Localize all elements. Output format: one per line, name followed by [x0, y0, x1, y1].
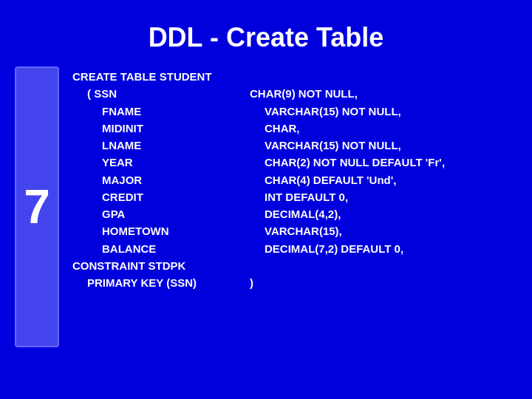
line-midinit: MIDINIT CHAR, — [72, 120, 445, 137]
line-credit-type: INT DEFAULT 0, — [265, 188, 348, 205]
line-gpa: GPA DECIMAL(4,2), — [72, 205, 445, 222]
line-gpa-type: DECIMAL(4,2), — [265, 205, 341, 222]
line-credit-col: CREDIT — [102, 188, 265, 205]
line-major-col: MAJOR — [102, 171, 265, 188]
line-constraint-text: CONSTRAINT STDPK — [72, 257, 235, 274]
line-ssn-type: CHAR(9) NOT NULL, — [250, 85, 358, 102]
line-primary-key: PRIMARY KEY (SSN) ) — [72, 274, 445, 291]
line-primary-key-close: ) — [250, 274, 253, 291]
line-primary-key-text: PRIMARY KEY (SSN) — [87, 274, 250, 291]
line-credit: CREDIT INT DEFAULT 0, — [72, 188, 445, 205]
slide-number: 7 — [24, 180, 50, 234]
slide-title: DDL - Create Table — [149, 22, 384, 53]
line-lname-col: LNAME — [102, 137, 265, 154]
line-gpa-col: GPA — [102, 205, 265, 222]
line-hometown: HOMETOWN VARCHAR(15), — [72, 222, 445, 239]
line-lname-type: VARCHAR(15) NOT NULL, — [265, 137, 401, 154]
line-midinit-type: CHAR, — [265, 120, 300, 137]
line-midinit-col: MIDINIT — [102, 120, 265, 137]
line-year-type: CHAR(2) NOT NULL DEFAULT 'Fr', — [265, 154, 445, 171]
line-ssn: ( SSN CHAR(9) NOT NULL, — [72, 85, 445, 102]
line-ssn-col: ( SSN — [87, 85, 250, 102]
line-fname: FNAME VARCHAR(15) NOT NULL, — [72, 103, 445, 120]
code-block: CREATE TABLE STUDENT ( SSN CHAR(9) NOT N… — [72, 66, 445, 291]
line-fname-type: VARCHAR(15) NOT NULL, — [265, 103, 401, 120]
line-balance-type: DECIMAL(7,2) DEFAULT 0, — [265, 240, 403, 257]
content-area: 7 CREATE TABLE STUDENT ( SSN CHAR(9) NOT… — [0, 66, 532, 347]
line-major-type: CHAR(4) DEFAULT 'Und', — [265, 171, 397, 188]
line-hometown-type: VARCHAR(15), — [265, 222, 342, 239]
line-lname: LNAME VARCHAR(15) NOT NULL, — [72, 137, 445, 154]
line-balance: BALANCE DECIMAL(7,2) DEFAULT 0, — [72, 240, 445, 257]
slide: DDL - Create Table 7 CREATE TABLE STUDEN… — [0, 0, 532, 399]
line-year: YEAR CHAR(2) NOT NULL DEFAULT 'Fr', — [72, 154, 445, 171]
line-year-col: YEAR — [102, 154, 265, 171]
line-fname-col: FNAME — [102, 103, 265, 120]
line-major: MAJOR CHAR(4) DEFAULT 'Und', — [72, 171, 445, 188]
line-hometown-col: HOMETOWN — [102, 222, 265, 239]
line-constraint: CONSTRAINT STDPK — [72, 257, 445, 274]
line-create-table-text: CREATE TABLE STUDENT — [72, 68, 235, 85]
slide-number-bar: 7 — [15, 66, 59, 347]
line-create-table: CREATE TABLE STUDENT — [72, 68, 445, 85]
line-balance-col: BALANCE — [102, 240, 265, 257]
